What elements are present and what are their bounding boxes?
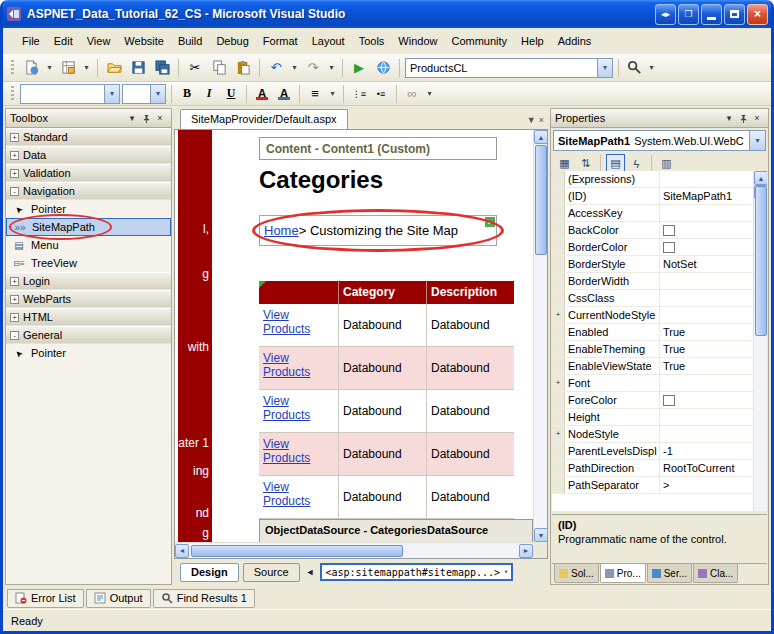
property-row[interactable]: PathDirectionRootToCurrent (552, 460, 767, 477)
highlight-color-icon[interactable]: A (274, 84, 294, 104)
toolbox-item-pointer[interactable]: ➤ Pointer (6, 200, 171, 218)
toolbox-item-treeview[interactable]: ⊟≡ TreeView (6, 254, 171, 272)
categories-gridview[interactable]: Category Description View Products Datab… (259, 281, 514, 519)
design-surface[interactable]: l, g with ater 1 ing nd g Content - Cont… (175, 130, 533, 542)
scroll-down-icon[interactable]: ▼ (534, 528, 548, 542)
tag-dropdown-icon[interactable]: ▾ (504, 568, 508, 576)
toolbox-section-navigation[interactable]: - Navigation (6, 182, 171, 200)
object-selector-combobox[interactable]: SiteMapPath1 System.Web.UI.WebC ▾ (553, 130, 766, 151)
undo-icon[interactable]: ↶ (265, 57, 287, 79)
property-row[interactable]: (ID)SiteMapPath1 (552, 188, 767, 205)
undo-dropdown-icon[interactable]: ▾ (289, 57, 300, 79)
align-dropdown-icon[interactable]: ▾ (327, 83, 338, 105)
property-row[interactable]: ParentLevelsDispl-1 (552, 443, 767, 460)
redo-dropdown-icon[interactable]: ▾ (326, 57, 337, 79)
design-view-button[interactable]: Design (180, 563, 239, 582)
sitemappath-control[interactable]: Home > Customizing the Site Map ▸ (259, 215, 497, 246)
add-item-icon[interactable] (57, 57, 79, 79)
redo-icon[interactable]: ↷ (302, 57, 324, 79)
toolbar-options-icon[interactable]: ▾ (646, 57, 657, 79)
menu-help[interactable]: Help (514, 31, 551, 51)
active-files-dropdown-icon[interactable]: ▼ (527, 115, 536, 125)
scroll-up-icon[interactable]: ▲ (534, 130, 548, 144)
property-row[interactable]: +CurrentNodeStyle (552, 307, 767, 324)
propgrid-scrollbar[interactable]: ▲ ▼ (753, 171, 767, 511)
scroll-right-icon[interactable]: ► (519, 544, 533, 558)
properties-pin-icon[interactable] (736, 111, 750, 125)
tag-navigator-left-icon[interactable]: ◄ (304, 567, 317, 577)
toolbox-section-login[interactable]: + Login (6, 272, 171, 290)
underline-button[interactable]: U (221, 84, 241, 104)
close-button[interactable]: × (747, 4, 768, 25)
toolbar-grip[interactable] (11, 60, 14, 76)
properties-close-icon[interactable]: × (750, 111, 764, 125)
paste-icon[interactable] (232, 57, 254, 79)
objectdatasource-control[interactable]: ObjectDataSource - CategoriesDataSource (259, 519, 533, 542)
bold-button[interactable]: B (177, 84, 197, 104)
object-selector-dropdown-icon[interactable]: ▾ (749, 131, 765, 150)
menu-community[interactable]: Community (444, 31, 514, 51)
design-vertical-scrollbar[interactable]: ▲ ▼ (533, 130, 547, 542)
menu-build[interactable]: Build (171, 31, 209, 51)
properties-header[interactable]: Properties ▾ × (551, 109, 768, 128)
toolbox-section-general[interactable]: - General (6, 326, 171, 344)
property-row[interactable]: ForeColor (552, 392, 767, 409)
toolbox-item-sitemappath[interactable]: »» SiteMapPath (6, 218, 171, 236)
view-products-link[interactable]: View Products (263, 394, 315, 422)
breadcrumb-home-link[interactable]: Home (264, 223, 299, 238)
menu-debug[interactable]: Debug (209, 31, 255, 51)
italic-button[interactable]: I (199, 84, 219, 104)
menu-tools[interactable]: Tools (352, 31, 392, 51)
start-debugging-icon[interactable]: ▶ (348, 57, 370, 79)
navigate-combobox-dropdown-icon[interactable]: ▾ (597, 59, 612, 77)
property-row[interactable]: BorderWidth (552, 273, 767, 290)
font-name-combobox[interactable]: ▾ (20, 84, 120, 104)
menu-window[interactable]: Window (391, 31, 444, 51)
toolbox-item-pointer-general[interactable]: ➤ Pointer (6, 344, 171, 362)
vertical-scroll-thumb[interactable] (535, 145, 547, 255)
toolbar-grip[interactable] (11, 86, 14, 102)
source-view-button[interactable]: Source (243, 563, 300, 582)
menu-edit[interactable]: Edit (47, 31, 80, 51)
view-products-link[interactable]: View Products (263, 351, 315, 379)
design-horizontal-scrollbar[interactable]: ◄ ► (175, 542, 533, 558)
save-all-icon[interactable] (151, 57, 173, 79)
smart-tag-triangle-icon[interactable] (259, 281, 266, 288)
tab-server-explorer[interactable]: Ser... (647, 564, 692, 583)
scroll-left-icon[interactable]: ◄ (175, 544, 189, 558)
font-size-dropdown-icon[interactable]: ▾ (150, 85, 165, 103)
tag-navigator-selected[interactable]: <asp:sitemappath#sitemapp...> ▾ (320, 563, 513, 581)
bullet-list-icon[interactable]: •≡ (371, 84, 391, 104)
navigate-combobox[interactable]: ProductsCL ▾ (405, 58, 613, 78)
tab-class-view[interactable]: Cla... (693, 564, 738, 583)
property-row[interactable]: EnableThemingTrue (552, 341, 767, 358)
property-row[interactable]: BackColor (552, 222, 767, 239)
toolbar-options-icon[interactable]: ▾ (424, 83, 435, 105)
view-products-link[interactable]: View Products (263, 308, 315, 336)
close-document-icon[interactable]: × (539, 115, 544, 125)
smart-tag-icon[interactable]: ▸ (485, 217, 495, 227)
menu-view[interactable]: View (80, 31, 118, 51)
copy-icon[interactable] (208, 57, 230, 79)
maximize-button[interactable] (724, 4, 745, 25)
property-row[interactable]: +NodeStyle (552, 426, 767, 443)
tab-error-list[interactable]: Error List (7, 589, 84, 608)
toolbox-pin-icon[interactable] (139, 111, 153, 125)
property-row[interactable]: AccessKey (552, 205, 767, 222)
cut-icon[interactable]: ✂ (184, 57, 206, 79)
toolbox-section-data[interactable]: + Data (6, 146, 171, 164)
font-size-combobox[interactable]: ▾ (122, 84, 166, 104)
restore-layout-button[interactable]: ❐ (678, 4, 699, 25)
title-bar[interactable]: ASPNET_Data_Tutorial_62_CS - Microsoft V… (0, 0, 774, 28)
menu-addins[interactable]: Addins (551, 31, 599, 51)
tab-properties[interactable]: Pro... (600, 564, 646, 583)
float-panes-button[interactable]: ◂▸ (655, 4, 676, 25)
property-row[interactable]: PathSeparator> (552, 477, 767, 494)
toolbox-section-standard[interactable]: + Standard (6, 128, 171, 146)
toolbox-close-icon[interactable]: × (153, 111, 167, 125)
toolbox-section-html[interactable]: + HTML (6, 308, 171, 326)
numbered-list-icon[interactable]: ⋮≡ (349, 84, 369, 104)
new-website-icon[interactable] (20, 57, 42, 79)
toolbox-header[interactable]: Toolbox ▾ × (6, 109, 171, 128)
tab-solution-explorer[interactable]: Sol... (554, 564, 599, 583)
